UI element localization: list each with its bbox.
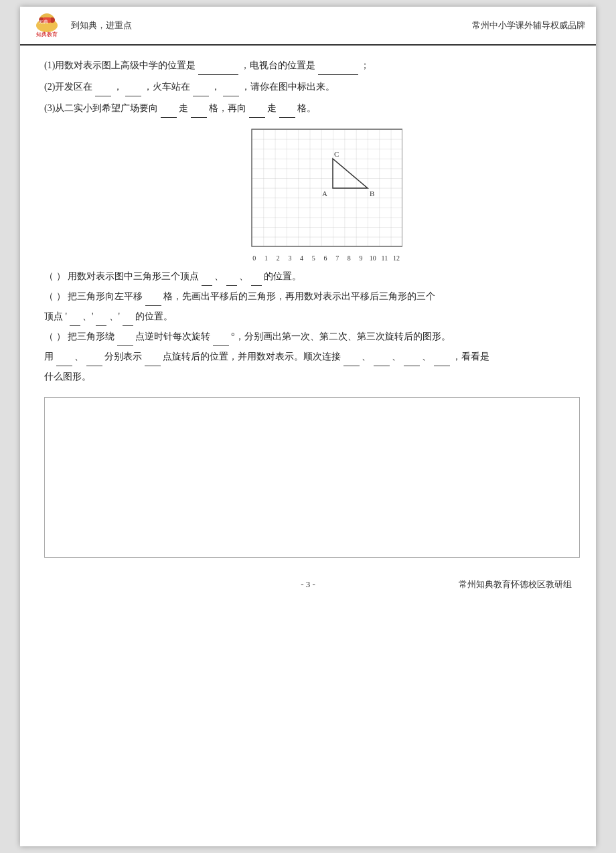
sub1-vertex-1 [202, 275, 212, 286]
question-line-3: (3)从二实小到希望广场要向 走 格，再向 走 格。 [44, 99, 580, 118]
grid-container: C A B 0 1 2 3 4 5 6 7 8 9 10 11 12 [71, 126, 580, 262]
x-label-12: 12 [390, 254, 402, 262]
sub3-connect-1 [343, 356, 360, 366]
svg-text:知典教育: 知典教育 [36, 31, 58, 37]
x-label-10: 10 [367, 254, 379, 262]
footer-org: 常州知典教育怀德校区教研组 [459, 578, 572, 591]
x-label-1: 1 [260, 254, 273, 262]
blank-train-1 [193, 86, 209, 96]
header-tagline: 到知典，进重点 [71, 19, 472, 31]
sub3-connect-2 [374, 356, 390, 366]
sub2-paren: （ ） [44, 291, 66, 301]
blank-tv-station [318, 64, 358, 75]
x-label-11: 11 [379, 254, 391, 262]
sub1-paren: （ ） [44, 271, 66, 281]
blank-high-school [198, 64, 238, 75]
x-label-9: 9 [355, 254, 367, 262]
blank-train-2 [223, 86, 239, 96]
footer: - 3 - 常州知典教育怀德校区教研组 [20, 574, 596, 595]
sub3-connect-4 [434, 356, 450, 366]
sub3-sym-2 [86, 356, 102, 366]
svg-rect-7 [252, 129, 402, 246]
x-axis-labels: 0 1 2 3 4 5 6 7 8 9 10 11 12 [248, 254, 402, 262]
page: 知典教育 知典 到知典，进重点 常州中小学课外辅导权威品牌 (1)用数对表示图上… [20, 7, 596, 846]
sub3-center [117, 335, 133, 346]
question-line-2: (2)开发区在 ， ，火车站在 ， ，请你在图中标出来。 [44, 78, 580, 96]
sub-question-2-line1: （ ） 把三角形向左平移 格，先画出平移后的三角形，再用数对表示出平移后三角形的… [44, 287, 580, 306]
blank-steps-2 [279, 107, 295, 118]
header-brand: 常州中小学课外辅导权威品牌 [472, 19, 585, 31]
logo-area: 知典教育 知典 [31, 12, 63, 39]
header: 知典教育 知典 到知典，进重点 常州中小学课外辅导权威品牌 [20, 7, 596, 46]
sub-question-3-line1: （ ） 把三角形绕 点逆时针每次旋转 °，分别画出第一次、第二次、第三次旋转后的… [44, 327, 580, 346]
blank-dev-zone-2 [125, 86, 141, 96]
blank-dir-1 [161, 107, 177, 118]
sub2-vertex-1 [70, 315, 80, 326]
sub-question-1: （ ） 用数对表示图中三角形三个顶点 、 、 的位置。 [44, 267, 580, 286]
sub3-connect-3 [404, 356, 420, 366]
x-label-7: 7 [331, 254, 343, 262]
sub1-vertex-3 [251, 275, 262, 286]
x-label-5: 5 [307, 254, 319, 262]
sub2-vertex-2 [96, 315, 106, 326]
sub3-degree [213, 335, 229, 346]
page-number: - 3 - [301, 579, 315, 590]
x-label-0: 0 [248, 254, 260, 262]
sub-question-3-line3: 什么图形。 [44, 368, 580, 386]
answer-box [44, 397, 580, 558]
sub3-point [145, 356, 161, 366]
svg-text:知典: 知典 [39, 19, 48, 25]
sub2-steps [145, 295, 161, 306]
x-label-6: 6 [319, 254, 331, 262]
sub-question-3-line2: 用 、 分别表示 点旋转后的位置，并用数对表示。顺次连接 、 、 、 ，看看是 [44, 347, 580, 366]
blank-dir-2 [249, 107, 265, 118]
svg-text:B: B [370, 189, 374, 198]
question-line-1: (1)用数对表示图上高级中学的位置是 ，电视台的位置是 ； [44, 56, 580, 75]
x-label-3: 3 [284, 254, 296, 262]
sub-question-2-line2: 顶点 ' 、' 、' 的位置。 [44, 307, 580, 326]
grid-area: C A B [248, 126, 402, 253]
sub1-vertex-2 [226, 275, 237, 286]
sub3-paren: （ ） [44, 331, 66, 341]
blank-dev-zone-1 [95, 86, 111, 96]
x-label-8: 8 [343, 254, 356, 262]
blank-steps-1 [191, 107, 207, 118]
x-label-2: 2 [272, 254, 284, 262]
svg-text:A: A [322, 189, 327, 198]
svg-text:C: C [334, 150, 339, 158]
content: (1)用数对表示图上高级中学的位置是 ，电视台的位置是 ； (2)开发区在 ， … [20, 46, 596, 568]
grid-svg: C A B [248, 126, 402, 253]
x-label-4: 4 [296, 254, 308, 262]
sub3-sym-1 [56, 356, 72, 366]
sub2-vertex-3 [123, 315, 133, 326]
logo-icon: 知典教育 知典 [31, 12, 63, 39]
